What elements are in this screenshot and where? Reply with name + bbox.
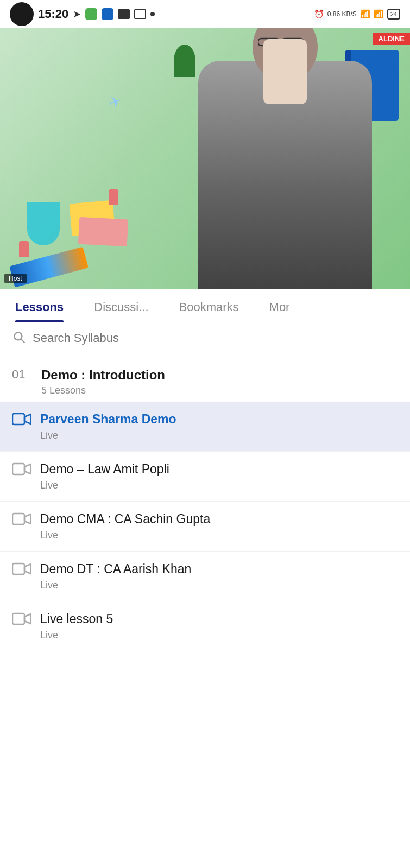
video-camera-icon <box>12 461 31 477</box>
instructor-video <box>160 39 410 289</box>
app-icon-1 <box>85 8 97 20</box>
person-shirt <box>263 39 307 104</box>
svg-marker-6 <box>24 414 31 424</box>
video-camera-icon <box>12 411 31 427</box>
section-title: Demo : Introduction <box>41 368 165 383</box>
svg-marker-12 <box>24 564 31 574</box>
video-camera-icon <box>12 561 31 576</box>
lesson-row: Parveen Sharma Demo <box>12 411 398 427</box>
lesson-title-4: Demo DT : CA Aarish Khan <box>40 562 191 576</box>
svg-rect-11 <box>12 563 24 574</box>
status-icons: ⏰ 0.86 KB/S 📶 📶 24 <box>314 9 400 20</box>
app-icon-3 <box>118 9 130 19</box>
lesson-item[interactable]: Demo DT : CA Aarish Khan Live <box>0 552 410 601</box>
lesson-status-4: Live <box>12 580 398 591</box>
lesson-status-2: Live <box>12 480 398 491</box>
lesson-row: Live lesson 5 <box>12 611 398 626</box>
wifi-icon: 📶 <box>360 9 370 19</box>
person-head <box>253 28 318 83</box>
tab-more[interactable]: Mor <box>254 300 305 322</box>
tabs-bar: Lessons Discussi... Bookmarks Mor <box>0 289 410 322</box>
deco-person2 <box>109 189 118 205</box>
lesson-title-3: Demo CMA : CA Sachin Gupta <box>40 512 210 527</box>
speed-text: 0.86 KB/S <box>327 10 357 18</box>
tab-bookmarks[interactable]: Bookmarks <box>164 300 254 322</box>
svg-marker-14 <box>24 614 31 624</box>
section-header: 01 Demo : Introduction 5 Lessons <box>0 354 410 402</box>
deco-flask <box>27 202 60 245</box>
lesson-row: Demo CMA : CA Sachin Gupta <box>12 511 398 527</box>
svg-line-4 <box>21 339 24 343</box>
camera-notch <box>10 2 34 26</box>
lesson-row: Demo DT : CA Aarish Khan <box>12 561 398 576</box>
video-camera-icon <box>12 511 31 527</box>
svg-rect-7 <box>12 464 24 474</box>
video-player[interactable]: ✈ ALDINE Host <box>0 28 410 289</box>
tab-lessons[interactable]: Lessons <box>0 300 79 322</box>
alarm-icon: ⏰ <box>314 9 324 19</box>
status-bar: 15:20 ➤ ⏰ 0.86 KB/S 📶 📶 24 <box>0 0 410 28</box>
section-info: Demo : Introduction 5 Lessons <box>41 368 165 396</box>
lessons-list: Parveen Sharma Demo Live Demo – Law Amit… <box>0 402 410 651</box>
lesson-item[interactable]: Live lesson 5 Live <box>0 601 410 651</box>
lesson-title-2: Demo – Law Amit Popli <box>40 462 169 477</box>
svg-marker-8 <box>24 464 31 474</box>
section-number: 01 <box>12 368 31 382</box>
search-icon <box>12 330 26 346</box>
signal-icon: 📶 <box>374 9 384 19</box>
lesson-title-1: Parveen Sharma Demo <box>40 412 176 427</box>
lesson-item[interactable]: Demo – Law Amit Popli Live <box>0 452 410 501</box>
svg-rect-9 <box>12 514 24 524</box>
search-input[interactable] <box>33 331 398 345</box>
lesson-item[interactable]: Demo CMA : CA Sachin Gupta Live <box>0 502 410 551</box>
lesson-status-3: Live <box>12 530 398 541</box>
status-time: 15:20 <box>38 7 68 21</box>
deco-paperplane: ✈ <box>106 92 124 113</box>
video-camera-icon <box>12 611 31 626</box>
nav-icon: ➤ <box>73 8 81 20</box>
deco-book2 <box>78 217 128 247</box>
lesson-status-5: Live <box>12 630 398 641</box>
search-bar <box>0 322 410 354</box>
person-body <box>198 61 372 289</box>
aldine-badge: ALDINE <box>373 33 410 45</box>
app-icon-2 <box>102 8 113 20</box>
deco-person1 <box>19 241 29 257</box>
dot-icon <box>150 12 155 16</box>
svg-rect-13 <box>12 613 24 624</box>
tab-discussion[interactable]: Discussi... <box>79 300 163 322</box>
lesson-status-1: Live <box>12 430 398 441</box>
svg-rect-5 <box>12 414 24 425</box>
section-count: 5 Lessons <box>41 385 165 396</box>
lesson-row: Demo – Law Amit Popli <box>12 461 398 477</box>
lesson-title-5: Live lesson 5 <box>40 612 113 626</box>
host-label: Host <box>4 274 27 283</box>
app-icon-4 <box>134 9 146 19</box>
svg-marker-10 <box>24 514 31 524</box>
battery-indicator: 24 <box>387 9 400 20</box>
lesson-item[interactable]: Parveen Sharma Demo Live <box>0 402 410 451</box>
